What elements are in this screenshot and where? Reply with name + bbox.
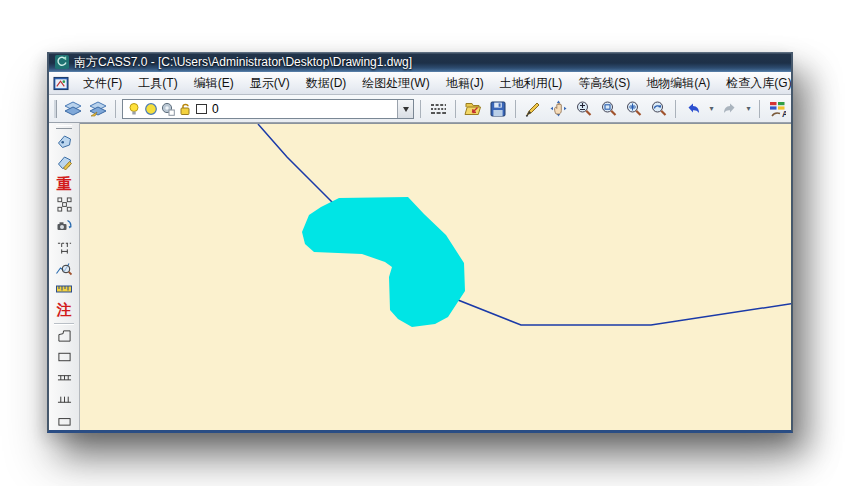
tag-button[interactable] — [53, 132, 75, 152]
title-bar[interactable]: 南方CASS7.0 - [C:\Users\Administrator\Desk… — [49, 52, 791, 72]
screenshot-stage: 南方CASS7.0 - [C:\Users\Administrator\Desk… — [0, 0, 845, 486]
polygon-icon — [57, 329, 72, 343]
menu-item-check-store[interactable]: 检查入库(G) — [724, 73, 791, 94]
polygon-button[interactable] — [53, 326, 75, 346]
layers-button[interactable] — [62, 98, 84, 120]
pond-polygon[interactable] — [302, 197, 465, 327]
layers-icon — [64, 101, 82, 117]
rect-button[interactable] — [53, 347, 75, 367]
ruler-button[interactable] — [53, 279, 75, 299]
drawing-file-icon[interactable] — [53, 76, 69, 91]
rail-ticks-icon — [57, 392, 72, 406]
menu-item-data[interactable]: 数据(D) — [304, 73, 349, 94]
camera-rotate-button[interactable] — [53, 216, 75, 236]
ruler-icon — [56, 282, 72, 296]
rail-ticks-button[interactable] — [53, 389, 75, 409]
window-title: 南方CASS7.0 - [C:\Users\Administrator\Desk… — [74, 54, 412, 71]
rail-double-icon — [57, 371, 72, 385]
pan-hand-icon — [550, 100, 567, 117]
undo-icon — [685, 101, 701, 117]
linetype-button[interactable] — [427, 98, 449, 120]
zoom-window-button[interactable] — [597, 98, 619, 120]
chevron-down-icon[interactable] — [397, 100, 413, 118]
redo-button[interactable] — [719, 98, 741, 120]
layer-combobox[interactable]: 0 — [122, 99, 414, 119]
menu-item-file[interactable]: 文件(F) — [81, 73, 124, 94]
zoom-object-button[interactable] — [53, 258, 75, 278]
plot-gear-icon — [161, 102, 175, 116]
toolbar-separator — [675, 100, 676, 118]
layer-combo-value: 0 — [212, 102, 394, 116]
repeat-glyph: 重 — [57, 176, 72, 191]
open-button[interactable] — [462, 98, 484, 120]
freeze-circle-icon — [144, 102, 158, 116]
save-icon — [490, 101, 506, 117]
main-toolbar: 0 — [49, 95, 791, 123]
tag-edit-icon — [56, 155, 73, 171]
bulb-icon — [127, 102, 141, 116]
layer-settings-icon — [89, 101, 107, 117]
redo-icon — [722, 101, 738, 117]
pan-button[interactable] — [547, 98, 569, 120]
color-swatch-icon — [195, 102, 209, 116]
left-tool-rail: 重 — [49, 123, 80, 430]
rect-icon — [57, 350, 72, 364]
menu-item-feature-edit[interactable]: 地物编辑(A) — [644, 73, 712, 94]
fence-button[interactable] — [53, 237, 75, 257]
cut-rect-button[interactable] — [53, 410, 75, 430]
zoom-previous-button[interactable] — [647, 98, 669, 120]
main-area: 重 — [49, 123, 791, 430]
rail-separator — [54, 323, 74, 324]
draw-button[interactable] — [522, 98, 544, 120]
redo-caret-icon[interactable]: ▾ — [744, 99, 753, 119]
linetype-icon — [430, 102, 447, 116]
menu-bar: 文件(F) 工具(T) 编辑(E) 显示(V) 数据(D) 绘图处理(W) 地籍… — [49, 72, 791, 95]
zoom-extents-button[interactable] — [622, 98, 644, 120]
zoom-window-icon — [600, 100, 617, 117]
text-style-button[interactable]: A — [766, 98, 788, 120]
menu-item-view[interactable]: 显示(V) — [248, 73, 292, 94]
svg-text:A: A — [782, 108, 786, 117]
zoom-realtime-button[interactable] — [572, 98, 594, 120]
cut-rect-icon — [57, 413, 72, 427]
rail-grip[interactable] — [56, 125, 72, 129]
repeat-feature-button[interactable]: 重 — [53, 174, 75, 194]
open-icon — [464, 101, 482, 117]
app-window: 南方CASS7.0 - [C:\Users\Administrator\Desk… — [47, 52, 793, 433]
layer-settings-button[interactable] — [87, 98, 109, 120]
toolbar-separator — [759, 100, 760, 118]
tag-edit-button[interactable] — [53, 153, 75, 173]
tag-icon — [56, 134, 73, 150]
undo-button[interactable] — [682, 98, 704, 120]
menu-item-edit[interactable]: 编辑(E) — [192, 73, 236, 94]
menu-item-tools[interactable]: 工具(T) — [136, 73, 179, 94]
toolbar-separator — [115, 100, 116, 118]
toolbar-separator — [515, 100, 516, 118]
annotate-glyph: 注 — [57, 302, 72, 317]
camera-rotate-icon — [56, 218, 72, 234]
multi-square-button[interactable] — [53, 195, 75, 215]
undo-caret-icon[interactable]: ▾ — [707, 99, 716, 119]
drawing-canvas[interactable] — [80, 123, 791, 430]
zoom-extents-icon — [625, 100, 642, 117]
rail-double-button[interactable] — [53, 368, 75, 388]
menu-item-cadastre[interactable]: 地籍(J) — [444, 73, 486, 94]
draw-pencil-icon — [525, 101, 541, 117]
drawing-entities — [80, 124, 791, 430]
multi-square-icon — [57, 197, 72, 212]
menu-item-land-use[interactable]: 土地利用(L) — [498, 73, 565, 94]
zoom-realtime-icon — [575, 100, 592, 117]
fence-icon — [57, 239, 72, 255]
toolbar-separator — [420, 100, 421, 118]
zoom-previous-icon — [650, 100, 667, 117]
toolbar-grip[interactable] — [54, 100, 57, 118]
toolbar-separator — [455, 100, 456, 118]
menu-item-draw-process[interactable]: 绘图处理(W) — [360, 73, 431, 94]
save-button[interactable] — [487, 98, 509, 120]
unlock-icon — [178, 102, 192, 116]
annotate-button[interactable]: 注 — [53, 300, 75, 320]
cass-app-icon — [55, 55, 69, 69]
zoom-object-icon — [56, 260, 72, 276]
menu-item-contour[interactable]: 等高线(S) — [576, 73, 632, 94]
text-style-icon: A — [769, 101, 786, 117]
